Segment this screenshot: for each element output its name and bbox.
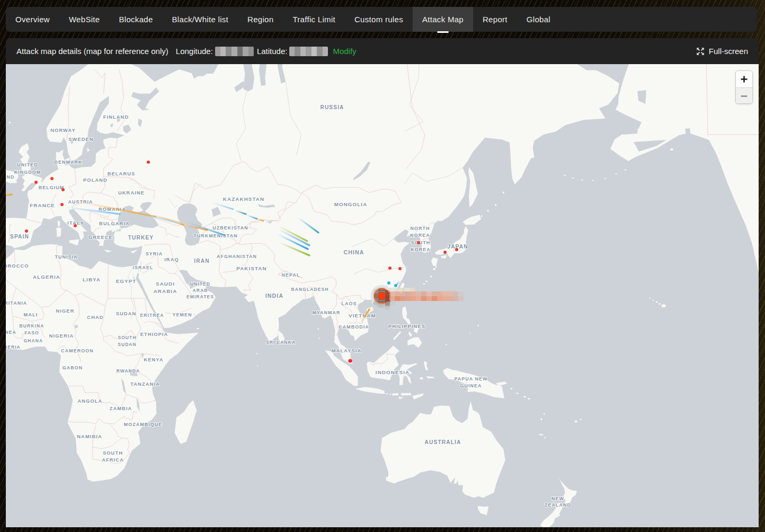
svg-text:GHANA: GHANA [24,338,43,343]
svg-text:IRELAND: IRELAND [6,174,15,180]
svg-text:GUINEA: GUINEA [460,383,482,388]
svg-text:PAPUA NEW: PAPUA NEW [454,376,487,382]
svg-text:NORTH: NORTH [410,226,430,231]
svg-text:UNITED: UNITED [17,162,38,167]
svg-text:POLAND: POLAND [83,178,108,183]
svg-text:DENMARK: DENMARK [54,159,82,165]
svg-text:YEMEN: YEMEN [172,312,192,317]
svg-text:IRAQ: IRAQ [164,257,179,262]
svg-text:IRAN: IRAN [194,258,209,264]
svg-text:RUSSIA: RUSSIA [320,104,344,110]
svg-text:EMIRATES: EMIRATES [186,294,214,299]
svg-text:ERITREA: ERITREA [140,313,164,318]
svg-text:KOREA: KOREA [411,247,431,252]
svg-text:ARABIA: ARABIA [154,288,177,294]
svg-text:RWANDA: RWANDA [117,368,140,374]
svg-text:LIBYA: LIBYA [83,277,101,282]
svg-text:GABON: GABON [63,365,83,370]
svg-text:UKRAINE: UKRAINE [118,190,145,196]
svg-text:TUNISIA: TUNISIA [55,254,77,260]
svg-text:FINLAND: FINLAND [103,114,129,120]
svg-text:EGYPT: EGYPT [116,278,137,284]
svg-text:ANGOLA: ANGOLA [78,398,103,404]
svg-text:SAUDI: SAUDI [156,281,175,287]
svg-text:NIGERIA: NIGERIA [49,333,74,339]
svg-text:MYANMAR: MYANMAR [312,310,340,315]
svg-text:TURKEY: TURKEY [128,235,154,241]
svg-text:KOREA: KOREA [410,233,430,238]
svg-text:INDIA: INDIA [265,292,283,299]
svg-text:SOUTH: SOUTH [103,450,123,456]
svg-text:MAURITANIA: MAURITANIA [6,300,27,306]
svg-text:LIBERIA: LIBERIA [6,344,21,350]
svg-text:SOUTH: SOUTH [118,335,136,340]
svg-text:BANGLADESH: BANGLADESH [291,287,329,292]
svg-text:ZEALAND: ZEALAND [545,502,571,508]
svg-text:BULGARIA: BULGARIA [99,221,130,226]
svg-text:TURKMENISTAN: TURKMENISTAN [193,233,238,238]
svg-text:CHINA: CHINA [343,249,364,255]
svg-text:KAZAKHSTAN: KAZAKHSTAN [223,196,264,202]
svg-text:BELARUS: BELARUS [108,171,136,176]
svg-text:MOZAMBIQUE: MOZAMBIQUE [124,422,163,427]
svg-text:ALGERIA: ALGERIA [33,274,60,280]
svg-text:SPAIN: SPAIN [10,234,29,240]
svg-text:UNITED: UNITED [190,281,210,287]
svg-text:KENYA: KENYA [144,357,163,362]
svg-text:SOUTH: SOUTH [411,240,431,245]
svg-text:NEW: NEW [551,496,564,501]
svg-text:NAMIBIA: NAMIBIA [77,434,102,439]
svg-text:AFRICA: AFRICA [102,457,124,463]
svg-text:SYRIA: SYRIA [146,251,163,256]
svg-text:PHILIPPINES: PHILIPPINES [388,324,425,329]
svg-text:CAMBODIA: CAMBODIA [339,324,369,330]
svg-text:MOROCCO: MOROCCO [6,263,29,269]
svg-text:TANZANIA: TANZANIA [130,382,160,387]
svg-text:SUDAN: SUDAN [116,311,137,316]
svg-text:ISRAEL: ISRAEL [132,265,153,270]
svg-text:ARAB: ARAB [193,288,208,293]
svg-text:SWEDEN: SWEDEN [68,137,93,142]
svg-text:MALI: MALI [23,312,38,317]
svg-text:PAKISTAN: PAKISTAN [236,265,266,271]
svg-text:GUINEA: GUINEA [6,330,16,335]
svg-text:SRI LANKA: SRI LANKA [266,340,296,345]
svg-text:AFGHANISTAN: AFGHANISTAN [217,254,257,259]
svg-text:LAOS: LAOS [341,301,357,306]
svg-text:KINGDOM: KINGDOM [14,170,41,175]
svg-text:BELGIUM: BELGIUM [39,185,65,190]
svg-text:MALAYSIA: MALAYSIA [332,348,362,353]
svg-text:GREECE: GREECE [88,235,113,240]
svg-text:INDONESIA: INDONESIA [376,369,410,375]
svg-text:SUDAN: SUDAN [118,342,137,347]
svg-text:CHAD: CHAD [87,315,103,320]
svg-text:ETHIOPIA: ETHIOPIA [140,332,168,337]
svg-text:VIETNAM: VIETNAM [349,313,376,318]
svg-text:ZAMBIA: ZAMBIA [110,406,132,411]
svg-text:FASO: FASO [24,330,39,335]
svg-text:UZBEKISTAN: UZBEKISTAN [212,225,248,230]
svg-text:FRANCE: FRANCE [30,202,55,208]
svg-text:NEPAL: NEPAL [282,272,300,278]
svg-text:MONGOLIA: MONGOLIA [334,201,368,207]
svg-text:NORWAY: NORWAY [50,128,75,133]
svg-text:NIGER: NIGER [56,308,75,314]
svg-text:AUSTRALIA: AUSTRALIA [425,439,461,445]
svg-text:BURKINA: BURKINA [20,323,45,329]
svg-text:CAMEROON: CAMEROON [61,348,94,353]
